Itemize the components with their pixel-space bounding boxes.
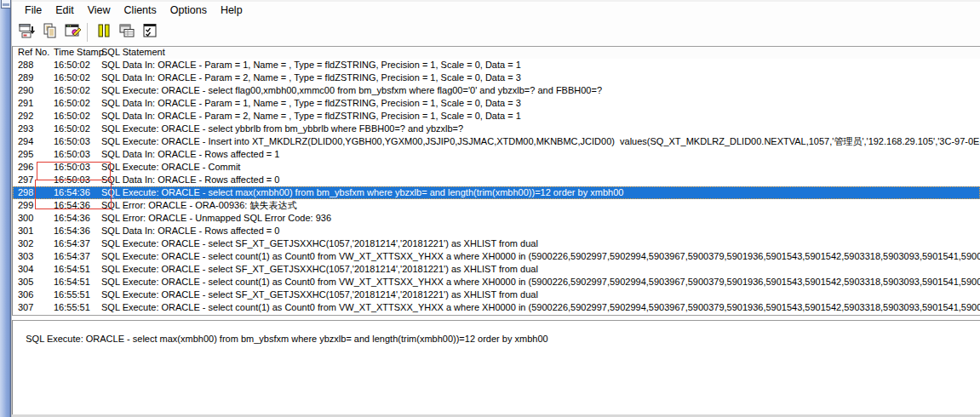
table-row[interactable]: 290 16:50:02 SQL Execute: ORACLE - selec… xyxy=(13,84,980,97)
timestamp-cell: 16:50:02 xyxy=(54,71,90,84)
table-row[interactable]: 301 16:54:36 SQL Data In: ORACLE - Rows … xyxy=(13,225,980,237)
window-corner-icon xyxy=(1,0,11,9)
ref-no-cell: 305 xyxy=(18,276,33,288)
ref-no-cell: 296 xyxy=(18,161,33,174)
sql-cell: SQL Execute: ORACLE - Commit xyxy=(101,161,240,174)
ref-no-cell: 301 xyxy=(18,225,33,237)
timestamp-cell: 16:50:03 xyxy=(54,148,90,161)
ref-no-cell: 299 xyxy=(18,199,33,212)
table-row[interactable]: 305 16:54:51 SQL Execute: ORACLE - selec… xyxy=(13,276,980,288)
timestamp-cell: 16:54:36 xyxy=(54,212,90,225)
ref-no-cell: 306 xyxy=(18,288,33,301)
ref-no-cell: 300 xyxy=(18,212,33,225)
timestamp-cell: 16:50:02 xyxy=(54,97,90,110)
timestamp-cell: 16:54:37 xyxy=(54,250,90,263)
ref-no-cell: 297 xyxy=(18,174,33,186)
pause-icon xyxy=(95,22,112,43)
table-row[interactable]: 288 16:50:02 SQL Data In: ORACLE - Param… xyxy=(13,59,980,71)
table-row[interactable]: 303 16:54:37 SQL Execute: ORACLE - selec… xyxy=(13,250,980,263)
sql-cell: SQL Execute: ORACLE - select ybbrlb from… xyxy=(101,123,463,135)
timestamp-cell: 16:50:02 xyxy=(54,84,90,97)
table-row[interactable]: 304 16:54:51 SQL Execute: ORACLE - selec… xyxy=(13,263,980,276)
ref-no-cell: 290 xyxy=(18,84,33,97)
sql-cell: SQL Execute: ORACLE - select count(1) as… xyxy=(101,250,980,263)
edit-filter-icon xyxy=(65,22,82,43)
sql-cell: SQL Data In: ORACLE - Param = 2, Name = … xyxy=(101,71,521,84)
timestamp-cell: 16:54:51 xyxy=(54,276,90,288)
sql-cell: SQL Execute: ORACLE - select count(1) as… xyxy=(101,301,980,314)
menu-bar: File Edit View Clients Options Help xyxy=(12,2,980,18)
header-ref-no[interactable]: Ref No. xyxy=(18,47,49,58)
ref-no-cell: 303 xyxy=(18,250,33,263)
save-log-button[interactable] xyxy=(15,21,38,43)
sql-cell: SQL Execute: ORACLE - select SF_XT_GETJS… xyxy=(101,288,538,301)
pause-button[interactable] xyxy=(92,21,115,43)
sql-cell: SQL Data In: ORACLE - Rows affected = 0 xyxy=(101,225,279,237)
sql-monitor-window: File Edit View Clients Options Help xyxy=(0,0,980,417)
ref-no-cell: 304 xyxy=(18,263,33,276)
sql-cell: SQL Error: ORACLE - ORA-00936: 缺失表达式 xyxy=(101,199,296,212)
timestamp-cell: 16:54:51 xyxy=(54,263,90,276)
ref-no-cell: 307 xyxy=(18,301,33,314)
menu-options[interactable]: Options xyxy=(163,3,214,17)
menu-edit[interactable]: Edit xyxy=(49,3,81,17)
timestamp-cell: 16:50:02 xyxy=(54,123,90,135)
ref-no-cell: 289 xyxy=(18,71,33,84)
table-row[interactable]: 293 16:50:02 SQL Execute: ORACLE - selec… xyxy=(13,123,980,135)
toolbar xyxy=(12,18,980,46)
menu-help[interactable]: Help xyxy=(214,3,249,17)
table-row[interactable]: 292 16:50:02 SQL Data In: ORACLE - Param… xyxy=(13,110,980,123)
ref-no-cell: 291 xyxy=(18,97,33,110)
timestamp-cell: 16:50:03 xyxy=(54,161,90,174)
table-row[interactable]: 306 16:55:51 SQL Execute: ORACLE - selec… xyxy=(13,288,980,301)
menu-view[interactable]: View xyxy=(81,3,117,17)
sql-cell: SQL Data In: ORACLE - Param = 2, Name = … xyxy=(101,110,521,123)
menu-clients[interactable]: Clients xyxy=(117,3,163,17)
ref-no-cell: 298 xyxy=(18,186,33,199)
timestamp-cell: 16:54:37 xyxy=(54,237,90,250)
sql-cell: SQL Data In: ORACLE - Rows affected = 0 xyxy=(101,174,279,186)
table-row[interactable]: 291 16:50:02 SQL Data In: ORACLE - Param… xyxy=(13,97,980,110)
timestamp-cell: 16:54:36 xyxy=(54,186,90,199)
ref-no-cell: 292 xyxy=(18,110,33,123)
edit-filter-button[interactable] xyxy=(61,21,84,43)
sql-cell: SQL Execute: ORACLE - select SF_XT_GETJS… xyxy=(101,237,538,250)
timestamp-cell: 16:50:03 xyxy=(54,135,90,148)
sql-detail-text: SQL Execute: ORACLE - select max(xmbh00)… xyxy=(26,334,547,344)
table-row[interactable]: 302 16:54:37 SQL Execute: ORACLE - selec… xyxy=(13,237,980,250)
timestamp-cell: 16:50:03 xyxy=(54,174,90,186)
sql-cell: SQL Data In: ORACLE - Rows affected = 1 xyxy=(101,148,279,161)
sql-log-list: Ref No. Time Stamp SQL Statement 288 16:… xyxy=(12,46,980,316)
options-checklist-icon xyxy=(141,22,158,43)
table-row[interactable]: 295 16:50:03 SQL Data In: ORACLE - Rows … xyxy=(13,148,980,161)
list-header: Ref No. Time Stamp SQL Statement xyxy=(13,47,980,59)
ref-no-cell: 288 xyxy=(18,59,33,71)
cascade-windows-button[interactable] xyxy=(115,21,138,43)
table-row[interactable]: 297 16:50:03 SQL Data In: ORACLE - Rows … xyxy=(13,174,980,186)
sql-detail-pane[interactable]: SQL Execute: ORACLE - select max(xmbh00)… xyxy=(12,320,980,414)
window-left-border xyxy=(0,0,12,417)
table-row[interactable]: 299 16:54:36 SQL Error: ORACLE - ORA-009… xyxy=(13,199,980,212)
table-row[interactable]: 294 16:50:03 SQL Execute: ORACLE - Inser… xyxy=(13,135,980,148)
sql-cell: SQL Error: ORACLE - Unmapped SQL Error C… xyxy=(101,212,331,225)
header-sql-statement[interactable]: SQL Statement xyxy=(101,47,165,58)
table-row[interactable]: 298 16:54:36 SQL Execute: ORACLE - selec… xyxy=(13,186,980,199)
menu-file[interactable]: File xyxy=(18,3,49,17)
timestamp-cell: 16:54:36 xyxy=(54,225,90,237)
cascade-windows-icon xyxy=(118,22,135,43)
timestamp-cell: 16:50:02 xyxy=(54,59,90,71)
table-row[interactable]: 300 16:54:36 SQL Error: ORACLE - Unmappe… xyxy=(13,212,980,225)
ref-no-cell: 295 xyxy=(18,148,33,161)
copy-button[interactable] xyxy=(38,21,61,43)
sql-cell: SQL Data In: ORACLE - Param = 1, Name = … xyxy=(101,97,521,110)
table-row[interactable]: 307 16:55:51 SQL Execute: ORACLE - selec… xyxy=(13,301,980,314)
table-row[interactable]: 289 16:50:02 SQL Data In: ORACLE - Param… xyxy=(13,71,980,84)
table-row[interactable]: 296 16:50:03 SQL Execute: ORACLE - Commi… xyxy=(13,161,980,174)
header-time-stamp[interactable]: Time Stamp xyxy=(54,47,104,58)
timestamp-cell: 16:50:02 xyxy=(54,110,90,123)
options-checklist-button[interactable] xyxy=(138,21,161,43)
ref-no-cell: 294 xyxy=(18,135,33,148)
sql-cell: SQL Execute: ORACLE - select count(1) as… xyxy=(101,276,980,288)
copy-icon xyxy=(42,22,59,43)
table-rows: 288 16:50:02 SQL Data In: ORACLE - Param… xyxy=(13,59,980,314)
